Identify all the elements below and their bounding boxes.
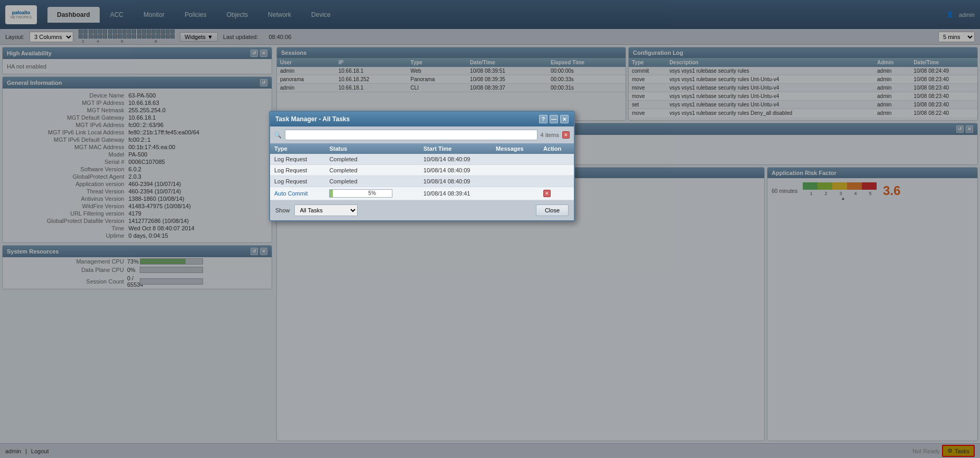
tm-col-header: Start Time (419, 143, 492, 154)
tm-type-cell: Log Request (270, 154, 325, 165)
tm-tbody: Log RequestCompleted10/08/14 08:40:09Log… (270, 154, 574, 200)
progress-text: 5% (329, 189, 415, 198)
tm-header: Task Manager - All Tasks ? — ✕ (270, 112, 574, 126)
tm-type-cell: Log Request (270, 176, 325, 187)
tm-time-cell: 10/08/14 08:39:41 (419, 187, 492, 200)
modal-overlay: Task Manager - All Tasks ? — ✕ 🔍 4 items… (0, 0, 980, 458)
tm-title: Task Manager - All Tasks (275, 115, 350, 123)
tm-row: Auto Commit5%10/08/14 08:39:41✕ (270, 187, 574, 200)
tm-row: Log RequestCompleted10/08/14 08:40:09 (270, 165, 574, 176)
tm-search-bar: 🔍 4 items ✕ (270, 126, 574, 143)
tm-cancel-button[interactable]: ✕ (543, 190, 551, 197)
task-manager-dialog: Task Manager - All Tasks ? — ✕ 🔍 4 items… (269, 111, 575, 221)
tm-search-icon: 🔍 (274, 132, 282, 139)
tm-time-cell: 10/08/14 08:40:09 (419, 165, 492, 176)
tm-action-cell (539, 176, 574, 187)
tm-col-header: Action (539, 143, 574, 154)
tm-col-header: Type (270, 143, 325, 154)
tm-action-cell (539, 165, 574, 176)
tm-items-count: 4 items (541, 132, 559, 138)
tm-action-cell (539, 154, 574, 165)
tm-messages-cell (492, 154, 539, 165)
tm-col-header: Messages (492, 143, 539, 154)
tm-status-cell: Completed (325, 176, 419, 187)
tm-time-cell: 10/08/14 08:40:09 (419, 154, 492, 165)
tm-table: TypeStatusStart TimeMessagesAction Log R… (270, 143, 574, 200)
tm-type-cell[interactable]: Auto Commit (270, 187, 325, 200)
tm-footer: Show All Tasks Running Tasks Completed T… (270, 200, 574, 220)
tm-row: Log RequestCompleted10/08/14 08:40:09 (270, 154, 574, 165)
tm-clear-button[interactable]: ✕ (562, 131, 570, 139)
show-select[interactable]: All Tasks Running Tasks Completed Tasks (294, 204, 358, 216)
close-button[interactable]: Close (536, 204, 569, 216)
tm-close-icon[interactable]: ✕ (560, 115, 569, 123)
tm-header-icons: ? — ✕ (539, 115, 569, 123)
tm-status-cell: 5% (325, 187, 419, 200)
show-label: Show (275, 207, 290, 213)
tm-table-area: TypeStatusStart TimeMessagesAction Log R… (270, 143, 574, 200)
tm-time-cell: 10/08/14 08:40:09 (419, 176, 492, 187)
tm-status-cell: Completed (325, 154, 419, 165)
tm-messages-cell (492, 187, 539, 200)
tm-action-cell[interactable]: ✕ (539, 187, 574, 200)
tm-type-link[interactable]: Auto Commit (274, 190, 308, 197)
tm-col-header: Status (325, 143, 419, 154)
tm-thead: TypeStatusStart TimeMessagesAction (270, 143, 574, 154)
tm-status-cell: Completed (325, 165, 419, 176)
tm-messages-cell (492, 165, 539, 176)
tm-help-icon[interactable]: ? (539, 115, 547, 123)
tm-minimize-icon[interactable]: — (550, 115, 558, 123)
tm-search-input[interactable] (285, 130, 537, 140)
tm-type-cell: Log Request (270, 165, 325, 176)
tm-messages-cell (492, 176, 539, 187)
tm-row: Log RequestCompleted10/08/14 08:40:09 (270, 176, 574, 187)
